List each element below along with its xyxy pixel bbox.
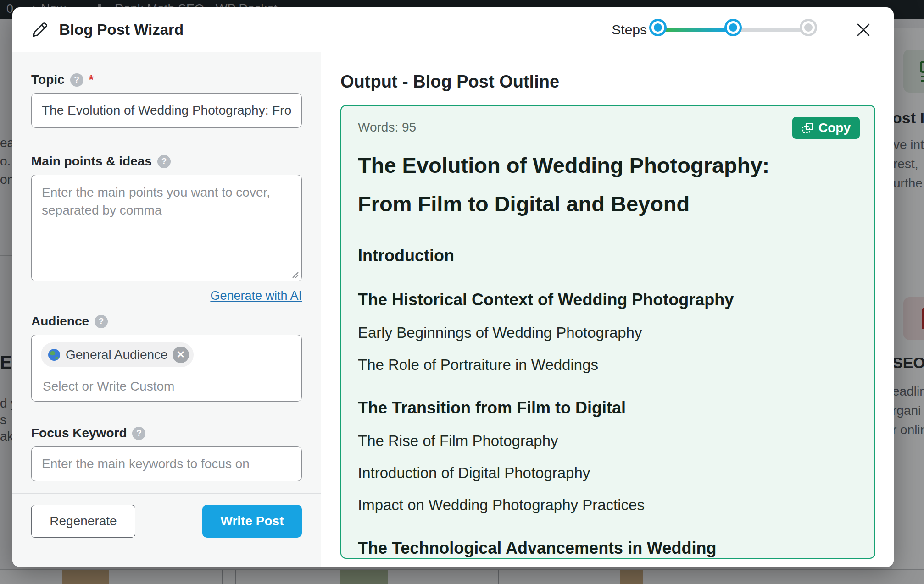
- main-points-label: Main points & ideas: [31, 154, 152, 169]
- resize-handle-icon[interactable]: [290, 270, 299, 279]
- wizard-form-panel: Topic ? * Main points & ideas ?: [12, 52, 321, 567]
- outline-section: Introduction: [358, 244, 817, 267]
- word-count: Words: 95: [358, 117, 858, 138]
- remove-audience-icon[interactable]: ✕: [173, 347, 189, 363]
- pencil-icon: [31, 21, 49, 39]
- outline-item: The Rise of Film Photography: [358, 430, 835, 452]
- outline-section: The Transition from Film to Digital: [358, 397, 817, 419]
- audience-label: Audience: [31, 314, 89, 329]
- modal-title: Blog Post Wizard: [59, 21, 184, 39]
- generate-with-ai-link[interactable]: Generate with AI: [210, 289, 302, 303]
- outline-item: Early Beginnings of Wedding Photography: [358, 322, 835, 343]
- help-icon[interactable]: ?: [70, 73, 83, 87]
- step-dot-3: [802, 21, 815, 34]
- outline-title: The Evolution of Wedding Photography: Fr…: [358, 146, 817, 223]
- help-icon[interactable]: ?: [95, 315, 108, 328]
- copy-button-label: Copy: [818, 121, 851, 135]
- help-icon[interactable]: ?: [132, 427, 145, 440]
- outline-item: Introduction of Digital Photography: [358, 463, 835, 484]
- audience-combobox[interactable]: General Audience ✕ Select or Write Custo…: [31, 335, 302, 402]
- globe-icon: [47, 348, 61, 362]
- output-heading: Output - Blog Post Outline: [340, 70, 875, 93]
- output-panel: Output - Blog Post Outline Words: 95 Cop…: [321, 52, 894, 567]
- regenerate-button[interactable]: Regenerate: [31, 505, 135, 538]
- outline-content: The Evolution of Wedding Photography: Fr…: [358, 146, 858, 559]
- copy-icon: [802, 122, 814, 134]
- help-icon[interactable]: ?: [157, 155, 171, 168]
- outline-item: The Role of Portraiture in Weddings: [358, 354, 835, 375]
- write-post-button[interactable]: Write Post: [202, 505, 302, 538]
- outline-item: Impact on Wedding Photography Practices: [358, 495, 835, 516]
- modal-body: Topic ? * Main points & ideas ?: [12, 52, 894, 567]
- focus-keyword-label: Focus Keyword: [31, 426, 127, 441]
- step-dot-2: [727, 21, 740, 34]
- blog-post-wizard-modal: Blog Post Wizard Steps: [12, 7, 894, 567]
- outline-section: The Technological Advancements in Weddin…: [358, 537, 817, 559]
- steps-label: Steps: [612, 22, 647, 38]
- copy-button[interactable]: Copy: [792, 117, 860, 139]
- steps-segment-done: [661, 28, 728, 32]
- main-points-textarea[interactable]: [31, 175, 302, 281]
- audience-placeholder: Select or Write Custom: [41, 379, 292, 394]
- focus-keyword-input[interactable]: [31, 446, 302, 481]
- modal-header: Blog Post Wizard Steps: [12, 7, 894, 52]
- close-icon[interactable]: [853, 20, 874, 40]
- audience-chip-label: General Audience: [66, 347, 168, 362]
- form-footer: Regenerate Write Post: [12, 493, 321, 567]
- topic-label: Topic: [31, 72, 65, 87]
- steps-track: [648, 20, 818, 40]
- required-asterisk: *: [89, 73, 94, 87]
- step-dot-1: [651, 21, 664, 34]
- outline-section: The Historical Context of Wedding Photog…: [358, 288, 817, 311]
- topic-input[interactable]: [31, 93, 302, 128]
- steps-progress: Steps: [612, 20, 818, 40]
- screen: 0 + New Rank Math SEO WP Rocket eat o. o…: [0, 0, 924, 584]
- audience-chip: General Audience ✕: [41, 342, 194, 367]
- outline-output-box: Words: 95 Copy The Evolution of Wedding …: [340, 105, 875, 559]
- steps-segment-todo: [736, 28, 803, 32]
